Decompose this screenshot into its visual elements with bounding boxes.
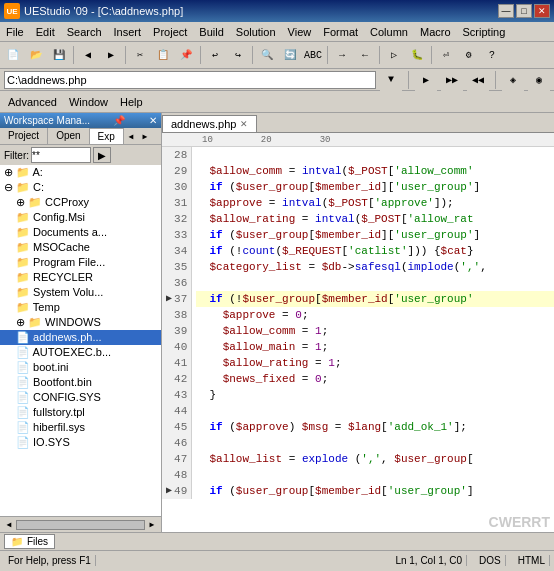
path-input[interactable] xyxy=(4,71,376,89)
ruler-marker-30: 30 xyxy=(320,135,331,145)
sidebar-nav-left[interactable]: ◀ xyxy=(124,128,138,144)
menu-solution[interactable]: Solution xyxy=(230,22,282,41)
menu-help[interactable]: Help xyxy=(114,94,149,110)
tree-item-msocache[interactable]: 📁 MSOCache xyxy=(0,240,161,255)
sidebar-scrollbar-track[interactable] xyxy=(16,520,145,530)
menu-scripting[interactable]: Scripting xyxy=(457,22,512,41)
tree-item-systemvol[interactable]: 📁 System Volu... xyxy=(0,285,161,300)
tree-item-ccproxy[interactable]: ⊕ 📁 CCProxy xyxy=(0,195,161,210)
tree-item-fullstory[interactable]: 📄 fullstory.tpl xyxy=(0,405,161,420)
line-numbers: 28 29 30 31 32 33 34 35 36 ▶37 38 39 40 … xyxy=(162,147,192,499)
run-button[interactable]: ▷ xyxy=(383,44,405,66)
forward-button[interactable]: ▶ xyxy=(100,44,122,66)
tree-item-windows[interactable]: ⊕ 📁 WINDOWS xyxy=(0,315,161,330)
menu-project[interactable]: Project xyxy=(147,22,193,41)
path-btn2[interactable]: ▶▶ xyxy=(441,69,463,91)
path-btn5[interactable]: ◉ xyxy=(528,69,550,91)
menu-search[interactable]: Search xyxy=(61,22,108,41)
main-toolbar: 📄 📂 💾 ◀ ▶ ✂ 📋 📌 ↩ ↪ 🔍 🔄 ABC → ← ▷ 🐛 ⏎ ⚙ … xyxy=(0,42,554,69)
code-line-43: } xyxy=(196,387,554,403)
tree-item-hiberfil[interactable]: 📄 hiberfil.sys xyxy=(0,420,161,435)
tree-item-recycler[interactable]: 📁 RECYCLER xyxy=(0,270,161,285)
settings-button[interactable]: ⚙ xyxy=(458,44,480,66)
editor-tab-addnews[interactable]: addnews.php ✕ xyxy=(162,115,257,132)
menu-advanced[interactable]: Advanced xyxy=(2,94,63,110)
tree-item-bootini[interactable]: 📄 boot.ini xyxy=(0,360,161,375)
back-button[interactable]: ◀ xyxy=(77,44,99,66)
ln-41: 41 xyxy=(166,355,187,371)
new-button[interactable]: 📄 xyxy=(2,44,24,66)
help-button[interactable]: ? xyxy=(481,44,503,66)
filter-apply-button[interactable]: ▶ xyxy=(93,147,111,163)
path-btn3[interactable]: ◀◀ xyxy=(467,69,489,91)
search-button[interactable]: 🔍 xyxy=(256,44,278,66)
file-tree[interactable]: ⊕ 📁 A: ⊖ 📁 C: ⊕ 📁 CCProxy 📁 Config.Msi 📁… xyxy=(0,165,161,516)
tree-item-iosys[interactable]: 📄 IO.SYS xyxy=(0,435,161,450)
sidebar-nav-right[interactable]: ▶ xyxy=(138,128,152,144)
tree-item-bootfont[interactable]: 📄 Bootfont.bin xyxy=(0,375,161,390)
ln-49: ▶49 xyxy=(166,483,187,499)
code-line-41: $allow_rating = 1; xyxy=(196,355,554,371)
files-tab[interactable]: 📁 Files xyxy=(4,534,55,549)
sidebar-scroll-left[interactable]: ◀ xyxy=(2,518,16,532)
paste-button[interactable]: 📌 xyxy=(175,44,197,66)
menu-macro[interactable]: Macro xyxy=(414,22,457,41)
debug-button[interactable]: 🐛 xyxy=(406,44,428,66)
open-button[interactable]: 📂 xyxy=(25,44,47,66)
path-btn4[interactable]: ◈ xyxy=(502,69,524,91)
path-bar: ▼ ▶ ▶▶ ◀◀ ◈ ◉ xyxy=(0,69,554,91)
code-lines[interactable]: $allow_comm = intval($_POST['allow_comm'… xyxy=(192,147,554,499)
menu-file[interactable]: File xyxy=(0,22,30,41)
tree-item-addnews[interactable]: 📄 addnews.ph... xyxy=(0,330,161,345)
separator-4 xyxy=(252,46,253,64)
tree-item-temp[interactable]: 📁 Temp xyxy=(0,300,161,315)
code-line-31: $approve = intval($_POST['approve']); xyxy=(196,195,554,211)
code-line-37: if (!$user_group[$member_id['user_group' xyxy=(196,291,554,307)
filter-input[interactable] xyxy=(31,147,91,163)
sidebar-tab-exp[interactable]: Exp xyxy=(90,128,124,144)
tree-item-autoexec[interactable]: 📄 AUTOEXEC.b... xyxy=(0,345,161,360)
redo-button[interactable]: ↪ xyxy=(227,44,249,66)
undo-button[interactable]: ↩ xyxy=(204,44,226,66)
ln-39: 39 xyxy=(166,323,187,339)
menu-format[interactable]: Format xyxy=(317,22,364,41)
tree-item-programfiles[interactable]: 📁 Program File... xyxy=(0,255,161,270)
cut-button[interactable]: ✂ xyxy=(129,44,151,66)
watermark: CWERRT xyxy=(489,514,550,530)
tree-item-configsys[interactable]: 📄 CONFIG.SYS xyxy=(0,390,161,405)
sidebar-scroll-right[interactable]: ▶ xyxy=(145,518,159,532)
copy-button[interactable]: 📋 xyxy=(152,44,174,66)
sidebar-pin-icon[interactable]: 📌 xyxy=(113,115,125,126)
minimize-button[interactable]: — xyxy=(498,4,514,18)
tree-item-c[interactable]: ⊖ 📁 C: xyxy=(0,180,161,195)
tree-item-a[interactable]: ⊕ 📁 A: xyxy=(0,165,161,180)
replace-button[interactable]: 🔄 xyxy=(279,44,301,66)
spell-button[interactable]: ABC xyxy=(302,44,324,66)
save-button[interactable]: 💾 xyxy=(48,44,70,66)
unindent-button[interactable]: ← xyxy=(354,44,376,66)
path-dropdown[interactable]: ▼ xyxy=(380,69,402,91)
code-editor[interactable]: 10 20 30 28 29 30 31 32 33 34 35 36 ▶37 … xyxy=(162,133,554,532)
wordwrap-button[interactable]: ⏎ xyxy=(435,44,457,66)
maximize-button[interactable]: □ xyxy=(516,4,532,18)
indent-button[interactable]: → xyxy=(331,44,353,66)
menu-column[interactable]: Column xyxy=(364,22,414,41)
sidebar-tab-project[interactable]: Project xyxy=(0,128,48,144)
menu-build[interactable]: Build xyxy=(193,22,229,41)
separator-1 xyxy=(73,46,74,64)
menu-edit[interactable]: Edit xyxy=(30,22,61,41)
menu-window[interactable]: Window xyxy=(63,94,114,110)
close-button[interactable]: ✕ xyxy=(534,4,550,18)
tree-item-configmsi[interactable]: 📁 Config.Msi xyxy=(0,210,161,225)
menu-view[interactable]: View xyxy=(282,22,318,41)
tree-item-documents[interactable]: 📁 Documents a... xyxy=(0,225,161,240)
sidebar-tab-open[interactable]: Open xyxy=(48,128,89,144)
path-btn1[interactable]: ▶ xyxy=(415,69,437,91)
ln-31: 31 xyxy=(166,195,187,211)
window-controls: — □ ✕ xyxy=(498,4,550,18)
sidebar-close-icon[interactable]: ✕ xyxy=(149,115,157,126)
menu-insert[interactable]: Insert xyxy=(108,22,148,41)
tab-close-icon[interactable]: ✕ xyxy=(240,119,248,129)
code-line-30: if ($user_group[$member_id]['user_group'… xyxy=(196,179,554,195)
status-bar: For Help, press F1 Ln 1, Col 1, C0 DOS H… xyxy=(0,550,554,570)
